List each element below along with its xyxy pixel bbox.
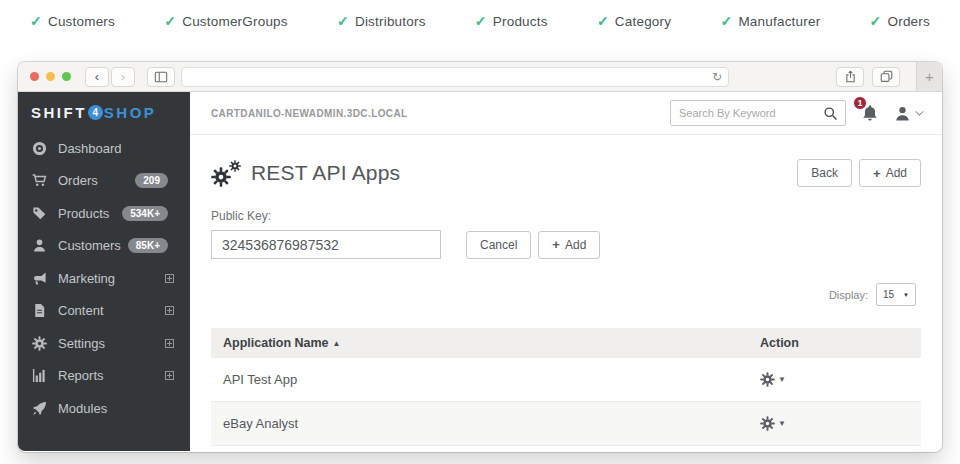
sidebar-item-label: Reports (58, 368, 165, 383)
sidebar-item-marketing[interactable]: Marketing (18, 262, 190, 295)
page-header: REST API Apps Back +Add (190, 135, 942, 209)
nav-label: Distributors (355, 14, 426, 29)
expand-plus-icon[interactable] (165, 371, 174, 380)
row-actions-button[interactable]: ▼ (760, 372, 909, 387)
table-row: eBay Analyst ▼ (211, 402, 921, 446)
sidebar-item-customers[interactable]: Customers 85K+ (18, 230, 190, 263)
refresh-icon[interactable]: ↻ (712, 71, 722, 83)
sidebar-item-content[interactable]: Content (18, 295, 190, 328)
back-button[interactable]: Back (797, 159, 852, 187)
store-domain: CARTDANILO-NEWADMIN.3DC.LOCAL (211, 108, 408, 119)
sidebar-item-label: Modules (58, 401, 177, 416)
keyword-search[interactable] (670, 100, 846, 126)
sidebar-item-products[interactable]: Products 534K+ (18, 197, 190, 230)
nav-manufacturer[interactable]: ✓Manufacturer (720, 13, 820, 29)
check-icon: ✓ (720, 13, 732, 29)
address-input[interactable] (188, 71, 712, 83)
chevron-down-icon (915, 107, 923, 115)
window-controls[interactable] (30, 72, 71, 81)
display-label: Display: (829, 289, 868, 301)
nav-customergroups[interactable]: ✓CustomerGroups (164, 13, 288, 29)
admin-sidebar: SHIFT4SHOP Dashboard Orders 209 Products… (18, 92, 190, 451)
app-name: eBay Analyst (223, 416, 744, 431)
nav-label: CustomerGroups (182, 14, 288, 29)
sidebar-item-modules[interactable]: Modules (18, 392, 190, 425)
shift4shop-logo[interactable]: SHIFT4SHOP (18, 92, 190, 132)
nav-distributors[interactable]: ✓Distributors (337, 13, 426, 29)
share-button[interactable] (836, 67, 864, 87)
sidebar-item-label: Settings (58, 336, 165, 351)
browser-forward-button[interactable]: › (111, 67, 135, 87)
nav-customers[interactable]: ✓Customers (30, 13, 115, 29)
close-window-icon[interactable] (30, 72, 39, 81)
check-icon: ✓ (870, 13, 882, 29)
search-icon[interactable] (823, 106, 838, 121)
new-tab-button[interactable]: + (916, 62, 942, 91)
customers-count-badge: 85K+ (128, 238, 168, 253)
column-action: Action (744, 336, 909, 350)
account-menu-button[interactable] (894, 105, 921, 122)
table-row: API Test App ▼ (211, 358, 921, 402)
add-key-button[interactable]: +Add (538, 231, 600, 259)
cogs-icon (211, 160, 241, 187)
bar-chart-icon (31, 368, 48, 383)
sidebar-item-label: Marketing (58, 271, 165, 286)
browser-back-button[interactable]: ‹ (85, 67, 109, 87)
zoom-window-icon[interactable] (62, 72, 71, 81)
sidebar-item-reports[interactable]: Reports (18, 360, 190, 393)
page-size-value: 15 (883, 289, 894, 300)
main-panel: CARTDANILO-NEWADMIN.3DC.LOCAL 1 (190, 92, 942, 451)
search-input[interactable] (671, 107, 823, 119)
table-header: Application Name ▲ Action (211, 328, 921, 358)
notifications-button[interactable]: 1 (861, 104, 879, 122)
expand-plus-icon[interactable] (165, 306, 174, 315)
nav-label: Customers (48, 14, 115, 29)
caret-down-icon: ▼ (778, 375, 786, 384)
check-icon: ✓ (164, 13, 176, 29)
logo-4-icon: 4 (88, 105, 103, 120)
select-caret-icon: ▼ (903, 292, 909, 298)
minimize-window-icon[interactable] (46, 72, 55, 81)
address-bar[interactable]: ↻ (181, 67, 729, 87)
expand-plus-icon[interactable] (165, 274, 174, 283)
admin-top-bar: CARTDANILO-NEWADMIN.3DC.LOCAL 1 (190, 92, 942, 135)
api-apps-table: Application Name ▲ Action API Test App ▼ (211, 328, 921, 446)
row-actions-button[interactable]: ▼ (760, 416, 909, 431)
add-app-button[interactable]: +Add (859, 159, 921, 187)
cancel-button[interactable]: Cancel (466, 231, 531, 259)
check-icon: ✓ (597, 13, 609, 29)
page-size-select[interactable]: 15 ▼ (876, 283, 916, 306)
plus-icon: + (552, 237, 560, 252)
tab-overview-button[interactable] (872, 67, 900, 87)
gear-icon (760, 416, 775, 431)
nav-label: Manufacturer (738, 14, 820, 29)
nav-orders[interactable]: ✓Orders (870, 13, 930, 29)
nav-products[interactable]: ✓Products (475, 13, 548, 29)
nav-label: Products (493, 14, 548, 29)
plus-icon: + (873, 166, 881, 181)
nav-label: Orders (888, 14, 930, 29)
check-icon: ✓ (337, 13, 349, 29)
nav-category[interactable]: ✓Category (597, 13, 671, 29)
sidebar-item-label: Dashboard (58, 141, 177, 156)
sidebar-item-dashboard[interactable]: Dashboard (18, 132, 190, 165)
column-label: Application Name (223, 336, 329, 350)
user-icon (31, 238, 48, 253)
public-key-input[interactable] (211, 230, 441, 259)
expand-plus-icon[interactable] (165, 339, 174, 348)
orders-count-badge: 209 (135, 173, 168, 188)
sidebar-item-settings[interactable]: Settings (18, 327, 190, 360)
sidebar-toggle-button[interactable] (147, 67, 175, 87)
megaphone-icon (31, 271, 48, 286)
sync-status-bar: ✓Customers ✓CustomerGroups ✓Distributors… (0, 0, 960, 42)
sidebar-item-label: Orders (58, 173, 135, 188)
sidebar-item-label: Content (58, 303, 165, 318)
user-icon (894, 105, 911, 122)
sidebar-item-label: Customers (58, 238, 128, 253)
column-application-name[interactable]: Application Name ▲ (223, 336, 744, 350)
file-icon (31, 303, 48, 318)
sort-asc-icon: ▲ (333, 339, 341, 348)
back-label: Back (811, 166, 838, 180)
gear-icon (31, 336, 48, 351)
sidebar-item-orders[interactable]: Orders 209 (18, 165, 190, 198)
